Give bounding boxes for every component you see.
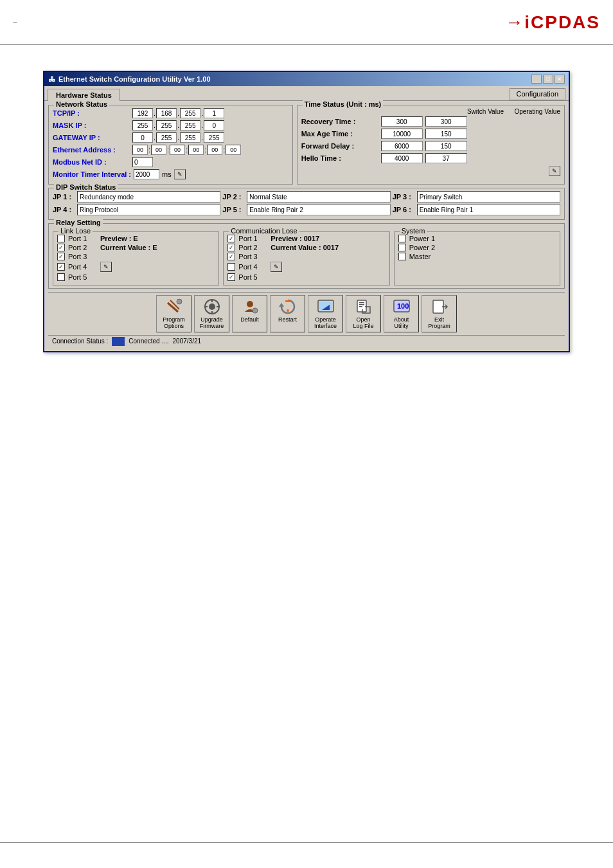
svg-rect-19: [359, 304, 364, 305]
comm-port3-checkbox[interactable]: [227, 253, 235, 260]
system-section: System Power 1 Power 2 Ma: [394, 231, 560, 285]
dip-switch-label: DIP Switch Status: [54, 183, 118, 191]
sys-master-row: Master: [398, 253, 556, 260]
link-current-label: Current Value : E: [100, 244, 157, 251]
sys-master-checkbox[interactable]: [398, 253, 406, 260]
maskip-label: MASK IP :: [53, 122, 130, 129]
link-port5-checkbox[interactable]: [57, 273, 65, 281]
maskip-octet1[interactable]: [132, 120, 153, 131]
mac-inputs: : : : : :: [132, 145, 241, 155]
modbus-row: Modbus Net ID :: [53, 157, 289, 167]
link-port3-checkbox[interactable]: [57, 253, 65, 260]
comm-port4-label: Port 4: [238, 263, 267, 271]
minimize-button[interactable]: _: [531, 75, 542, 84]
maskip-octet2[interactable]: [156, 120, 177, 131]
close-button[interactable]: ✕: [555, 75, 565, 84]
relay-inner: Link Lose Port 1 Preview : E Port 2 Cur: [53, 231, 560, 285]
mac-byte5[interactable]: [207, 145, 222, 155]
monitor-edit-button[interactable]: ✎: [174, 169, 186, 179]
jp2-input[interactable]: [247, 191, 390, 203]
tcpip-inputs: . . .: [132, 108, 224, 118]
jp1-label: JP 1 :: [53, 193, 75, 201]
default-label: Default: [240, 317, 259, 323]
ethernet-row: Ethernet Address : : : : :: [53, 145, 289, 155]
svg-point-2: [177, 299, 182, 304]
link-port4-checkbox[interactable]: [57, 263, 65, 271]
default-button[interactable]: Default: [232, 295, 267, 332]
tcpip-octet4[interactable]: [204, 108, 224, 118]
exit-program-label: Exit Program: [428, 317, 450, 330]
link-port1-checkbox[interactable]: [57, 235, 65, 242]
dip-row-2: JP 4 : JP 5 : JP 6 :: [53, 204, 560, 215]
gatewayip-octet1[interactable]: [132, 132, 153, 143]
link-port3-row: Port 3: [57, 253, 215, 260]
link-port2-row: Port 2 Current Value : E: [57, 244, 215, 251]
recovery-switch-input[interactable]: [381, 116, 423, 127]
tcpip-octet1[interactable]: [132, 108, 153, 118]
jp1-input[interactable]: [77, 191, 220, 203]
comm-edit-button[interactable]: ✎: [271, 262, 282, 272]
sys-power2-checkbox[interactable]: [398, 244, 406, 251]
sys-power1-checkbox[interactable]: [398, 235, 406, 242]
link-port2-checkbox[interactable]: [57, 244, 65, 251]
jp3-input[interactable]: [417, 191, 560, 203]
maskip-row: MASK IP : . . .: [53, 120, 289, 131]
gatewayip-octet4[interactable]: [204, 132, 224, 143]
open-log-file-button[interactable]: Open Log File: [346, 295, 381, 332]
jp3-label: JP 3 :: [393, 193, 415, 201]
operate-interface-button[interactable]: Operate Interface: [308, 295, 343, 332]
maximize-button[interactable]: □: [543, 75, 553, 84]
comm-port5-checkbox[interactable]: [227, 273, 235, 281]
gatewayip-octet2[interactable]: [156, 132, 177, 143]
restart-button[interactable]: Restart: [270, 295, 305, 332]
comm-port2-checkbox[interactable]: [227, 244, 235, 251]
mac-byte3[interactable]: [170, 145, 185, 155]
monitor-label: Monitor Timer Interval :: [53, 170, 131, 178]
recovery-op-input[interactable]: [425, 116, 467, 127]
maxage-op-input[interactable]: [425, 129, 467, 139]
window-titlebar: 🖧 Ethernet Switch Configuration Utility …: [44, 72, 569, 86]
link-edit-button[interactable]: ✎: [100, 262, 112, 272]
monitor-input[interactable]: [134, 169, 159, 179]
maxage-switch-input[interactable]: [381, 129, 423, 139]
tab-configuration[interactable]: Configuration: [510, 88, 565, 100]
gatewayip-octet3[interactable]: [180, 132, 200, 143]
program-options-button[interactable]: Program Options: [156, 295, 191, 332]
window-title-text: Ethernet Switch Configuration Utility Ve…: [58, 75, 211, 83]
restart-label: Restart: [278, 317, 297, 323]
mac-byte6[interactable]: [226, 145, 241, 155]
jp4-input[interactable]: [77, 204, 220, 215]
about-utility-label: About Utility: [394, 317, 409, 330]
ethernet-label: Ethernet Address :: [53, 146, 130, 154]
upgrade-firmware-button[interactable]: Upgrade Firmware: [194, 295, 229, 332]
window-icon: 🖧: [48, 75, 55, 83]
modbus-input[interactable]: [132, 157, 153, 167]
maskip-octet4[interactable]: [204, 120, 224, 131]
about-utility-icon: 100: [393, 298, 411, 316]
forward-delay-op-input[interactable]: [425, 141, 467, 151]
recovery-time-row: Recovery Time :: [301, 116, 560, 127]
jp6-input[interactable]: [417, 204, 560, 215]
mac-byte4[interactable]: [188, 145, 204, 155]
top-bar: – →iCPDAS: [0, 0, 613, 45]
maskip-octet3[interactable]: [180, 120, 200, 131]
forward-delay-switch-input[interactable]: [381, 141, 423, 151]
hello-switch-input[interactable]: [381, 153, 423, 163]
tcpip-octet2[interactable]: [156, 108, 177, 118]
tcpip-octet3[interactable]: [180, 108, 200, 118]
mac-byte2[interactable]: [151, 145, 166, 155]
comm-port1-checkbox[interactable]: [227, 235, 235, 242]
jp5-input[interactable]: [247, 204, 390, 215]
window-controls[interactable]: _ □ ✕: [531, 75, 565, 84]
mac-byte1[interactable]: [132, 145, 148, 155]
about-utility-button[interactable]: 100 About Utility: [384, 295, 419, 332]
time-edit-button[interactable]: ✎: [549, 166, 560, 176]
operate-interface-label: Operate Interface: [314, 317, 337, 330]
exit-program-button[interactable]: Exit Program: [422, 295, 457, 332]
comm-port4-checkbox[interactable]: [227, 263, 235, 271]
tab-hardware-status[interactable]: Hardware Status: [48, 89, 120, 101]
default-icon: [241, 298, 259, 316]
program-options-icon: [165, 298, 183, 316]
hello-op-input[interactable]: [425, 153, 467, 163]
bottom-bar: [0, 842, 613, 868]
